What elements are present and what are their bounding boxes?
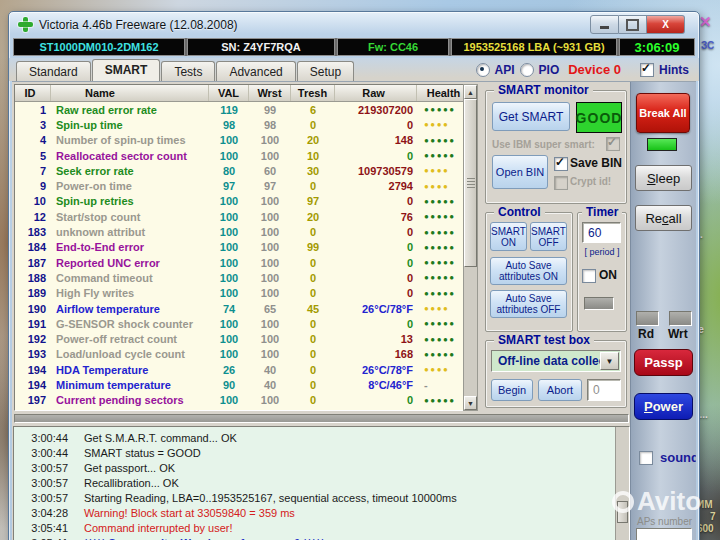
power-button[interactable]: Power	[634, 393, 693, 420]
crypt-checkbox	[554, 176, 568, 190]
health-dots: ●●●●●	[417, 316, 464, 331]
aps-number-field[interactable]	[636, 528, 692, 540]
api-label: API	[495, 63, 515, 77]
minimize-icon	[600, 26, 609, 29]
timer-period-input[interactable]: 60	[582, 222, 621, 243]
table-row[interactable]: 192Power-off retract count100100013●●●●●	[15, 331, 464, 346]
table-header: IDNameVALWrstTreshRawHealth	[15, 85, 464, 102]
table-row[interactable]: 7Seek error rate806030109730579●●●●	[15, 163, 464, 178]
log-scrollbar[interactable]	[615, 427, 629, 540]
health-dots: ●●●●●	[417, 255, 464, 270]
timer-on-checkbox[interactable]	[582, 269, 596, 283]
victoria-window: Victoria 4.46b Freeware (12.08.2008) X S…	[8, 11, 700, 540]
pio-radio[interactable]	[520, 63, 534, 77]
drive-serial: SN: Z4YF7RQA	[187, 38, 335, 56]
health-dots: ●●●●	[417, 301, 464, 316]
app-icon	[18, 17, 33, 32]
tab-tests[interactable]: Tests	[161, 61, 215, 81]
save-bin-checkbox[interactable]	[554, 157, 568, 171]
aps-number-label: APs number	[637, 516, 692, 527]
table-row[interactable]: 198Off-line scan UNC sectors10010000●●●●…	[15, 408, 464, 411]
log-line: 3:00:57Get passport... OK	[24, 460, 629, 475]
health-dots: ●●●●●	[417, 393, 464, 408]
abort-button[interactable]: Abort	[538, 379, 582, 401]
main-area: IDNameVALWrstTreshRawHealth 1Raw read er…	[12, 81, 696, 540]
crypt-label: Crypt id!	[570, 176, 611, 187]
log-line: 3:00:44SMART status = GOOD	[24, 445, 629, 460]
scrollbar-thumb[interactable]	[464, 99, 477, 267]
save-bin-label: Save BIN	[570, 156, 622, 170]
table-row[interactable]: 1Raw read error rate119996219307200●●●●●	[15, 102, 464, 117]
health-dots: ●●●●●	[417, 148, 464, 163]
maximize-button[interactable]	[619, 15, 647, 34]
table-row[interactable]: 12Start/stop count1001002076●●●●●	[15, 209, 464, 224]
table-row[interactable]: 3Spin-up time989800●●●●	[15, 117, 464, 132]
table-row[interactable]: 5Reallocated sector count100100100●●●●●	[15, 148, 464, 163]
table-row[interactable]: 9Power-on time979702794●●●●	[15, 178, 464, 193]
smart-table[interactable]: IDNameVALWrstTreshRawHealth 1Raw read er…	[14, 84, 465, 411]
chevron-down-icon[interactable]: ▼	[600, 352, 619, 370]
tab-standard[interactable]: Standard	[16, 61, 91, 81]
column-header-val[interactable]: VAL	[209, 85, 249, 101]
minimize-button[interactable]	[590, 15, 619, 34]
health-dots: ●●●●●	[417, 194, 464, 209]
table-row[interactable]: 10Spin-up retries100100970●●●●●	[15, 194, 464, 209]
column-header-wrst[interactable]: Wrst	[249, 85, 291, 101]
table-row[interactable]: 184End-to-End error100100990●●●●●	[15, 240, 464, 255]
log-panel[interactable]: 3:00:44Get S.M.A.R.T. command... OK3:00:…	[13, 426, 630, 540]
column-header-tresh[interactable]: Tresh	[291, 85, 335, 101]
table-row[interactable]: 190Airflow temperature74654526°C/78°F●●●…	[15, 301, 464, 316]
health-dots: ●●●●●	[417, 240, 464, 255]
smart-on-button[interactable]: SMART ON	[490, 222, 527, 251]
action-sidebar: Break All Sleep Recall Rd Wrt Passp Powe…	[630, 82, 696, 540]
sleep-button[interactable]: Sleep	[635, 165, 692, 191]
thumb-grip-icon	[467, 178, 475, 188]
smart-test-box-label: SMART test box	[494, 333, 594, 347]
test-select[interactable]: Off-line data collect ▼	[491, 350, 621, 372]
open-bin-button[interactable]: Open BIN	[492, 155, 548, 189]
progress-bar	[14, 414, 629, 423]
scroll-up-button[interactable]: ▲	[464, 85, 477, 99]
table-row[interactable]: 191G-SENSOR shock counter10010000●●●●●	[15, 316, 464, 331]
drive-model: ST1000DM010-2DM162	[13, 38, 185, 56]
table-row[interactable]: 189High Fly writes10010000●●●●●	[15, 286, 464, 301]
recall-button[interactable]: Recall	[635, 205, 692, 231]
get-smart-button[interactable]: Get SMART	[492, 102, 570, 131]
table-scrollbar[interactable]: ▲ ▼	[463, 84, 478, 411]
scroll-down-button[interactable]: ▼	[464, 396, 477, 410]
sound-checkbox[interactable]	[639, 451, 653, 465]
window-title: Victoria 4.46b Freeware (12.08.2008)	[39, 18, 238, 32]
table-row[interactable]: 183unknown attribut10010000●●●●●	[15, 224, 464, 239]
api-radio[interactable]	[476, 63, 490, 77]
watermark: Avito	[612, 486, 701, 517]
tab-setup[interactable]: Setup	[297, 61, 354, 81]
smart-monitor-label: SMART monitor	[494, 83, 593, 97]
table-row[interactable]: 188Command timeout10010000●●●●●	[15, 270, 464, 285]
table-row[interactable]: 187Reported UNC error10010000●●●●●	[15, 255, 464, 270]
auto-save-off-button[interactable]: Auto Save attributes OFF	[490, 290, 567, 318]
log-line: 3:00:57Recallibration... OK	[24, 475, 629, 490]
drive-capacity: 1953525168 LBA (~931 GB)	[451, 38, 617, 56]
column-header-health[interactable]: Health	[417, 85, 464, 101]
health-dots: ●●●●●	[417, 225, 464, 240]
hints-checkbox[interactable]	[640, 63, 654, 77]
column-header-raw[interactable]: Raw	[335, 85, 417, 101]
table-row[interactable]: 194HDA Temperature2640026°C/78°F●●●●	[15, 362, 464, 377]
table-row[interactable]: 193Load/unload cycle count1001000168●●●●…	[15, 347, 464, 362]
close-button[interactable]: X	[647, 15, 685, 34]
auto-save-on-button[interactable]: Auto Save attributes ON	[490, 257, 567, 285]
break-all-button[interactable]: Break All	[636, 93, 690, 133]
table-row[interactable]: 4Number of spin-up times10010020148●●●●●	[15, 133, 464, 148]
tab-advanced[interactable]: Advanced	[216, 61, 295, 81]
title-bar[interactable]: Victoria 4.46b Freeware (12.08.2008) X	[9, 12, 699, 37]
table-row[interactable]: 194Minimum temperature904008°C/46°F-	[15, 377, 464, 392]
column-header-name[interactable]: Name	[51, 85, 209, 101]
column-header-id[interactable]: ID	[15, 85, 51, 101]
table-row[interactable]: 197Current pending sectors10010000●●●●●	[15, 393, 464, 408]
smart-off-button[interactable]: SMART OFF	[530, 222, 567, 251]
test-select-value: Off-line data collect	[498, 354, 609, 368]
passport-button[interactable]: Passp	[634, 349, 693, 376]
tab-smart[interactable]: SMART	[92, 59, 161, 81]
begin-button[interactable]: Begin	[491, 379, 533, 401]
drive-info-bar: ST1000DM010-2DM162 SN: Z4YF7RQA Fw: CC46…	[13, 38, 695, 56]
